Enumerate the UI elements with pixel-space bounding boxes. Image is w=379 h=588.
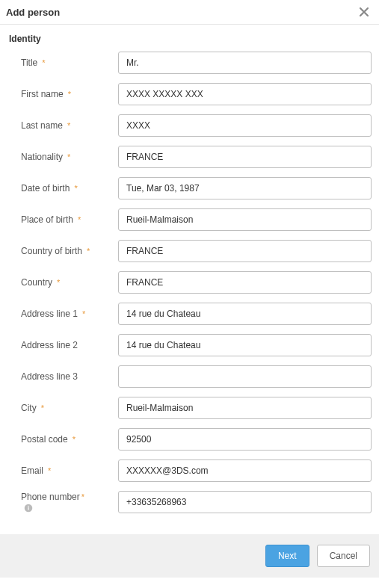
row-date-of-birth: Date of birth* bbox=[7, 177, 372, 199]
add-person-dialog: Add person Identity Title* First name* L… bbox=[0, 0, 379, 578]
input-title[interactable] bbox=[118, 52, 372, 74]
row-place-of-birth: Place of birth* bbox=[7, 208, 372, 231]
label-nationality: Nationality* bbox=[21, 152, 118, 162]
row-phone: Phone number* bbox=[7, 491, 372, 513]
label-postal-code: Postal code* bbox=[21, 434, 118, 445]
label-address1: Address line 1* bbox=[21, 309, 118, 319]
label-last-name: Last name* bbox=[21, 120, 118, 131]
row-postal-code: Postal code* bbox=[7, 428, 372, 451]
svg-point-4 bbox=[28, 506, 29, 507]
input-address2[interactable] bbox=[118, 334, 372, 356]
dialog-title: Add person bbox=[6, 7, 60, 18]
row-country: Country* bbox=[7, 271, 372, 294]
input-address1[interactable] bbox=[118, 303, 372, 325]
input-place-of-birth[interactable] bbox=[118, 208, 372, 231]
row-email: Email* bbox=[7, 459, 372, 482]
row-title: Title* bbox=[7, 52, 372, 74]
label-first-name: First name* bbox=[21, 89, 118, 99]
input-country-of-birth[interactable] bbox=[118, 240, 372, 262]
input-phone[interactable] bbox=[118, 491, 372, 513]
section-identity: Identity bbox=[9, 34, 372, 44]
dialog-body: Identity Title* First name* Last name* N… bbox=[0, 25, 379, 534]
label-phone: Phone number* bbox=[21, 492, 118, 513]
label-title: Title* bbox=[21, 58, 118, 68]
row-address2: Address line 2 bbox=[7, 334, 372, 356]
label-email: Email* bbox=[21, 465, 118, 476]
cancel-button[interactable]: Cancel bbox=[317, 545, 370, 567]
row-country-of-birth: Country of birth* bbox=[7, 240, 372, 262]
input-last-name[interactable] bbox=[118, 114, 372, 137]
label-country: Country* bbox=[21, 277, 118, 288]
input-first-name[interactable] bbox=[118, 83, 372, 105]
next-button[interactable]: Next bbox=[265, 545, 309, 567]
label-place-of-birth: Place of birth* bbox=[21, 214, 118, 225]
row-address3: Address line 3 bbox=[7, 365, 372, 388]
label-address2: Address line 2 bbox=[21, 340, 118, 350]
label-date-of-birth: Date of birth* bbox=[21, 183, 118, 194]
row-address1: Address line 1* bbox=[7, 303, 372, 325]
close-icon[interactable] bbox=[358, 6, 370, 18]
row-last-name: Last name* bbox=[7, 114, 372, 137]
dialog-footer: Next Cancel bbox=[0, 534, 379, 578]
svg-rect-3 bbox=[28, 507, 28, 510]
input-nationality[interactable] bbox=[118, 146, 372, 168]
label-city: City* bbox=[21, 403, 118, 413]
input-address3[interactable] bbox=[118, 365, 372, 388]
input-city[interactable] bbox=[118, 397, 372, 419]
input-email[interactable] bbox=[118, 459, 372, 482]
input-date-of-birth[interactable] bbox=[118, 177, 372, 199]
label-country-of-birth: Country of birth* bbox=[21, 246, 118, 256]
row-city: City* bbox=[7, 397, 372, 419]
dialog-header: Add person bbox=[0, 0, 379, 25]
input-country[interactable] bbox=[118, 271, 372, 294]
row-first-name: First name* bbox=[7, 83, 372, 105]
label-address3: Address line 3 bbox=[21, 371, 118, 382]
row-nationality: Nationality* bbox=[7, 146, 372, 168]
info-icon[interactable] bbox=[24, 504, 33, 513]
input-postal-code[interactable] bbox=[118, 428, 372, 451]
